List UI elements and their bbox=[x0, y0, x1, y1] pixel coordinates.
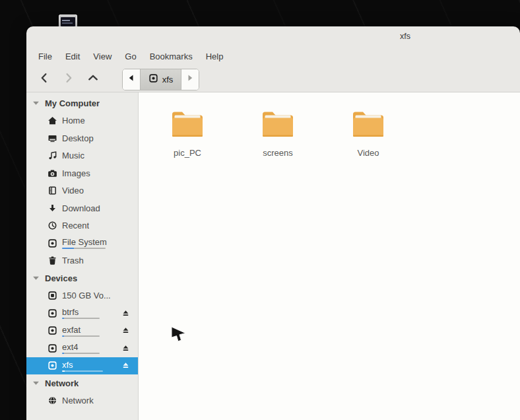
sidebar-item-150-gb-vo-[interactable]: 150 GB Vo... bbox=[26, 287, 138, 305]
expander-triangle-icon[interactable] bbox=[32, 379, 40, 388]
desktop-icon bbox=[47, 133, 57, 143]
sidebar-item-ext4[interactable]: ext4 bbox=[26, 339, 138, 357]
sidebar-section-devices[interactable]: Devices bbox=[26, 269, 138, 287]
volume-icon bbox=[47, 291, 57, 301]
sidebar-section-network[interactable]: Network bbox=[26, 374, 138, 392]
trash-icon bbox=[47, 256, 57, 266]
music-icon bbox=[47, 151, 57, 161]
expander-triangle-icon[interactable] bbox=[32, 99, 40, 108]
sidebar-item-images[interactable]: Images bbox=[26, 164, 138, 182]
sidebar-item-label: btrfs bbox=[62, 307, 100, 317]
drive-icon bbox=[47, 343, 57, 353]
sidebar-item-download[interactable]: Download bbox=[26, 199, 138, 217]
path-scroll-right-button[interactable] bbox=[181, 69, 199, 90]
toolbar: xfs bbox=[26, 67, 520, 92]
window-title: xfs bbox=[400, 32, 410, 41]
sidebar-item-recent[interactable]: Recent bbox=[26, 217, 138, 235]
computer-screen-icon bbox=[61, 17, 75, 26]
sidebar-item-xfs[interactable]: xfs bbox=[26, 357, 138, 375]
drive-icon bbox=[47, 361, 57, 371]
sidebar-item-label: ext4 bbox=[62, 342, 100, 352]
desktop-background: xfs FileEditViewGoBookmarksHelp xfs bbox=[0, 0, 520, 420]
menu-view[interactable]: View bbox=[86, 49, 118, 64]
menu-bookmarks[interactable]: Bookmarks bbox=[143, 49, 199, 64]
chevron-left-icon bbox=[38, 72, 50, 87]
sidebar-item-label: Desktop bbox=[62, 133, 94, 143]
eject-icon[interactable] bbox=[120, 308, 131, 318]
drive-icon bbox=[47, 238, 57, 248]
file-manager-window: xfs FileEditViewGoBookmarksHelp xfs bbox=[26, 26, 520, 420]
sidebar-item-label: Recent bbox=[62, 221, 89, 230]
folder-icon bbox=[351, 109, 385, 142]
section-label: Network bbox=[45, 378, 79, 388]
chevron-right-icon bbox=[63, 72, 75, 87]
menu-go[interactable]: Go bbox=[118, 49, 143, 64]
video-icon bbox=[47, 186, 57, 196]
menu-edit[interactable]: Edit bbox=[59, 49, 86, 64]
sidebar-item-label: Network bbox=[62, 396, 94, 405]
sidebar-item-desktop[interactable]: Desktop bbox=[26, 129, 138, 147]
sidebar-item-label: Home bbox=[62, 116, 85, 125]
menu-file[interactable]: File bbox=[32, 49, 59, 64]
chevron-up-icon bbox=[87, 72, 99, 87]
sidebar-item-home[interactable]: Home bbox=[26, 112, 138, 130]
sidebar-item-music[interactable]: Music bbox=[26, 147, 138, 165]
disk-usage-bar bbox=[62, 318, 100, 319]
triangle-right-icon bbox=[185, 73, 195, 86]
sidebar-item-btrfs[interactable]: btrfs bbox=[26, 304, 138, 322]
folder-name: pic_PC bbox=[174, 148, 201, 158]
disk-usage-bar bbox=[62, 370, 103, 372]
eject-icon[interactable] bbox=[120, 343, 131, 353]
sidebar-item-label: Images bbox=[62, 168, 90, 178]
sidebar-item-label: exfat bbox=[62, 325, 100, 335]
sidebar-item-network[interactable]: Network bbox=[26, 392, 138, 410]
eject-icon[interactable] bbox=[120, 326, 131, 336]
sidebar-item-label: xfs bbox=[62, 360, 103, 370]
disk-usage-bar bbox=[62, 248, 106, 249]
path-tab-label: xfs bbox=[162, 75, 174, 85]
images-icon bbox=[47, 168, 57, 178]
sidebar: My ComputerHomeDesktopMusicImagesVideoDo… bbox=[26, 92, 139, 420]
forward-button[interactable] bbox=[56, 69, 81, 89]
sidebar-item-trash[interactable]: Trash bbox=[26, 252, 138, 270]
back-button[interactable] bbox=[32, 69, 56, 89]
folder-video[interactable]: Video bbox=[332, 109, 405, 158]
titlebar[interactable]: xfs bbox=[26, 26, 520, 46]
sidebar-item-label: Download bbox=[62, 203, 100, 213]
sidebar-section-my-computer[interactable]: My Computer bbox=[26, 94, 138, 112]
path-scroll-left-button[interactable] bbox=[123, 69, 140, 90]
sidebar-item-label: File System bbox=[62, 237, 107, 247]
pathbar: xfs bbox=[122, 69, 199, 90]
disk-usage-bar bbox=[62, 353, 100, 354]
content-area: My ComputerHomeDesktopMusicImagesVideoDo… bbox=[26, 92, 520, 420]
folder-name: Video bbox=[357, 148, 379, 158]
sidebar-item-label: Video bbox=[62, 186, 84, 195]
sidebar-item-exfat[interactable]: exfat bbox=[26, 322, 138, 340]
menu-help[interactable]: Help bbox=[199, 49, 230, 64]
folder-icon bbox=[261, 109, 295, 142]
recent-icon bbox=[47, 221, 57, 231]
eject-icon[interactable] bbox=[120, 361, 131, 371]
drive-icon bbox=[47, 326, 57, 336]
sidebar-item-label: Music bbox=[62, 151, 84, 160]
sidebar-item-label: Trash bbox=[62, 256, 84, 265]
disk-usage-bar bbox=[62, 335, 100, 337]
triangle-left-icon bbox=[126, 73, 137, 86]
path-tab-xfs[interactable]: xfs bbox=[140, 69, 181, 90]
download-icon bbox=[47, 203, 57, 213]
section-label: Devices bbox=[45, 273, 77, 283]
folder-name: screens bbox=[263, 148, 293, 158]
up-button[interactable] bbox=[81, 69, 105, 89]
drive-icon bbox=[47, 308, 57, 318]
expander-triangle-icon[interactable] bbox=[32, 274, 40, 283]
folder-screens[interactable]: screens bbox=[242, 109, 314, 158]
file-view[interactable]: pic_PCscreensVideo bbox=[139, 92, 520, 420]
sidebar-item-label: 150 GB Vo... bbox=[62, 291, 111, 300]
sidebar-item-file-system[interactable]: File System bbox=[26, 234, 138, 252]
network-icon bbox=[47, 396, 57, 406]
folder-pic-pc[interactable]: pic_PC bbox=[151, 109, 224, 158]
sidebar-item-video[interactable]: Video bbox=[26, 182, 138, 200]
menubar: FileEditViewGoBookmarksHelp bbox=[26, 46, 520, 67]
folder-icon bbox=[170, 109, 205, 142]
section-label: My Computer bbox=[45, 98, 100, 108]
